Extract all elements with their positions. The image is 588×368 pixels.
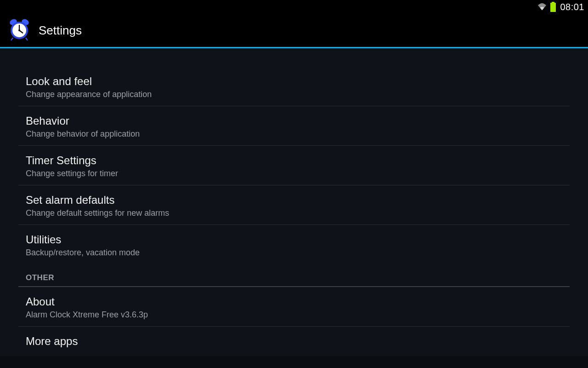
settings-item-utilities[interactable]: Utilities Backup/restore, vacation mode — [18, 225, 570, 264]
item-title: Timer Settings — [26, 154, 562, 167]
settings-list: Look and feel Change appearance of appli… — [0, 48, 588, 356]
item-subtitle: Change default settings for new alarms — [26, 208, 562, 218]
item-title: Behavior — [26, 115, 562, 127]
item-title: Utilities — [26, 233, 562, 246]
item-title: More apps — [26, 335, 562, 348]
settings-item-timer-settings[interactable]: Timer Settings Change settings for timer — [18, 146, 570, 185]
svg-rect-1 — [550, 3, 556, 12]
settings-item-behavior[interactable]: Behavior Change behavior of application — [18, 106, 570, 146]
settings-content: Look and feel Change appearance of appli… — [0, 48, 588, 356]
page-title: Settings — [39, 23, 82, 38]
settings-item-more-apps[interactable]: More apps — [18, 327, 570, 356]
svg-line-5 — [26, 38, 28, 40]
svg-rect-0 — [552, 2, 554, 3]
settings-item-about[interactable]: About Alarm Clock Xtreme Free v3.6.3p — [18, 287, 570, 327]
item-title: Look and feel — [26, 75, 562, 88]
app-icon — [7, 17, 31, 43]
settings-item-set-alarm-defaults[interactable]: Set alarm defaults Change default settin… — [18, 185, 570, 225]
item-subtitle: Change settings for timer — [26, 169, 562, 178]
battery-icon — [550, 2, 556, 12]
app-bar: Settings — [0, 14, 588, 47]
section-header-other: OTHER — [18, 266, 570, 287]
item-subtitle: Change behavior of application — [26, 129, 562, 139]
wifi-icon — [537, 3, 547, 11]
item-subtitle: Change appearance of application — [26, 90, 562, 99]
svg-point-10 — [18, 29, 20, 31]
status-time: 08:01 — [560, 2, 584, 12]
svg-line-4 — [11, 38, 13, 40]
item-subtitle: Backup/restore, vacation mode — [26, 248, 562, 258]
status-bar: 08:01 — [0, 0, 588, 14]
item-title: Set alarm defaults — [26, 194, 562, 207]
item-title: About — [26, 295, 562, 308]
settings-item-look-and-feel[interactable]: Look and feel Change appearance of appli… — [18, 67, 570, 106]
item-subtitle: Alarm Clock Xtreme Free v3.6.3p — [26, 310, 562, 320]
